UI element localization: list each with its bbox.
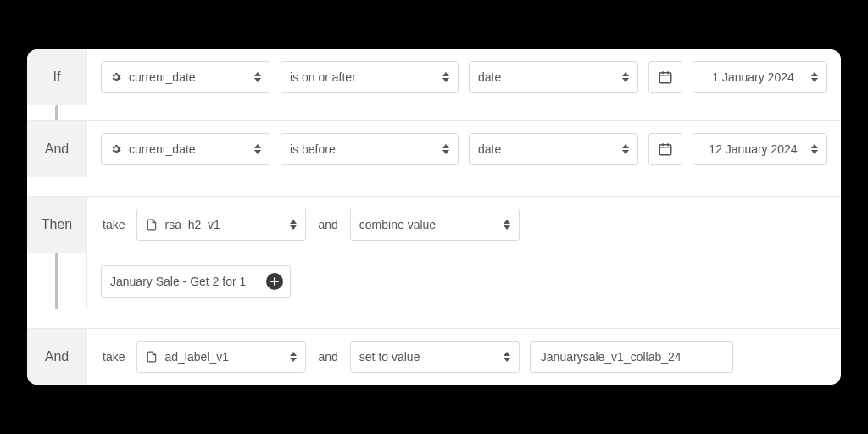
action-row-then: Then take rsa_h2_v1 and combine value [27, 196, 841, 253]
value-type-label: date [478, 70, 615, 84]
gear-icon [110, 71, 122, 83]
date-value-select[interactable]: 12 January 2024 [693, 133, 827, 165]
date-picker-button[interactable] [648, 133, 682, 165]
sort-caret-icon [811, 144, 818, 154]
calendar-icon [658, 142, 673, 157]
condition-row-and: And current_date is before date [27, 120, 841, 177]
and-word: and [316, 350, 339, 364]
operator-label: is before [290, 142, 436, 156]
take-field-select[interactable]: rsa_h2_v1 [136, 209, 306, 241]
sort-caret-icon [442, 144, 449, 154]
sort-caret-icon [442, 72, 449, 82]
set-value-input[interactable]: Januarysale_v1_collab_24 [530, 341, 733, 373]
sort-caret-icon [811, 72, 818, 82]
connector-line [55, 105, 58, 120]
row-content: January Sale - Get 2 for 1 [86, 253, 841, 309]
take-field-select[interactable]: ad_label_v1 [136, 341, 306, 373]
take-word: take [101, 350, 126, 364]
value-type-select[interactable]: date [469, 133, 638, 165]
date-value-select[interactable]: 1 January 2024 [693, 61, 827, 93]
sort-caret-icon [290, 352, 297, 362]
action-select[interactable]: set to value [350, 341, 520, 373]
document-icon [146, 351, 158, 363]
combine-value-chip[interactable]: January Sale - Get 2 for 1 [101, 265, 291, 298]
take-field-label: rsa_h2_v1 [164, 218, 283, 231]
action-label: combine value [359, 218, 497, 231]
row-content: take rsa_h2_v1 and combine value [86, 197, 841, 253]
add-value-button[interactable] [266, 273, 283, 290]
row-label: If [27, 49, 86, 105]
row-content: current_date is before date 12 January 2… [86, 121, 841, 177]
operator-label: is on or after [290, 70, 436, 84]
action-label: set to value [359, 350, 497, 364]
condition-row-if: If current_date is on or after date [27, 49, 841, 105]
svg-rect-1 [659, 145, 671, 155]
and-word: and [316, 218, 339, 231]
sort-caret-icon [254, 144, 261, 154]
value-type-label: date [478, 142, 615, 156]
gear-icon [110, 143, 122, 155]
row-label: And [27, 121, 86, 177]
row-content: current_date is on or after date 1 Janua… [86, 49, 841, 105]
field-label: current_date [129, 142, 248, 156]
combine-value-text: January Sale - Get 2 for 1 [110, 275, 246, 288]
rule-card: If current_date is on or after date [27, 49, 841, 385]
field-select[interactable]: current_date [101, 61, 270, 93]
calendar-icon [658, 70, 673, 85]
row-content: take ad_label_v1 and set to value Januar… [86, 329, 841, 385]
action-select[interactable]: combine value [350, 209, 520, 241]
sort-caret-icon [622, 72, 629, 82]
take-word: take [101, 218, 126, 231]
date-value: 1 January 2024 [702, 70, 804, 84]
value-type-select[interactable]: date [469, 61, 638, 93]
document-icon [146, 219, 158, 231]
operator-select[interactable]: is on or after [281, 61, 459, 93]
set-value-text: Januarysale_v1_collab_24 [541, 350, 682, 364]
combine-value-row: January Sale - Get 2 for 1 [27, 253, 841, 309]
action-row-and: And take ad_label_v1 and set to value Ja… [27, 328, 841, 385]
take-field-label: ad_label_v1 [164, 350, 283, 364]
row-label: Then [27, 197, 86, 253]
svg-rect-0 [659, 73, 671, 83]
row-label: And [27, 329, 86, 385]
connector-cell [27, 253, 86, 309]
sort-caret-icon [254, 72, 261, 82]
date-picker-button[interactable] [648, 61, 682, 93]
sort-caret-icon [504, 220, 510, 230]
field-label: current_date [129, 70, 248, 84]
connector-line [55, 253, 58, 309]
connector-row [27, 105, 841, 120]
sort-caret-icon [504, 352, 510, 362]
sort-caret-icon [622, 144, 629, 154]
connector-cell [27, 105, 86, 120]
operator-select[interactable]: is before [281, 133, 459, 165]
date-value: 12 January 2024 [702, 142, 804, 156]
field-select[interactable]: current_date [101, 133, 270, 165]
sort-caret-icon [290, 220, 297, 230]
